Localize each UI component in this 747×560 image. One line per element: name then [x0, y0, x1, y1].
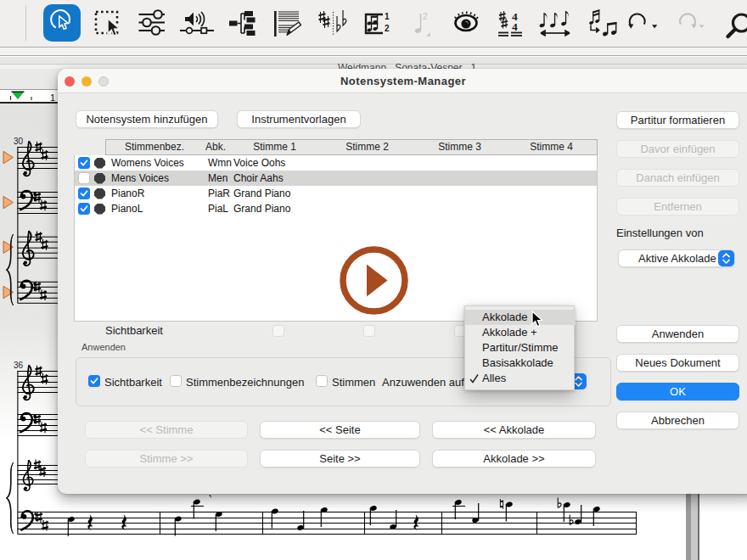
svg-text:4: 4: [512, 20, 518, 33]
svg-text:36: 36: [14, 361, 24, 370]
svg-text:1: 1: [50, 92, 55, 103]
svg-text:1: 1: [385, 12, 390, 21]
svg-text:2: 2: [423, 12, 428, 21]
svg-text:2: 2: [385, 24, 390, 33]
svg-text:30: 30: [14, 137, 24, 146]
